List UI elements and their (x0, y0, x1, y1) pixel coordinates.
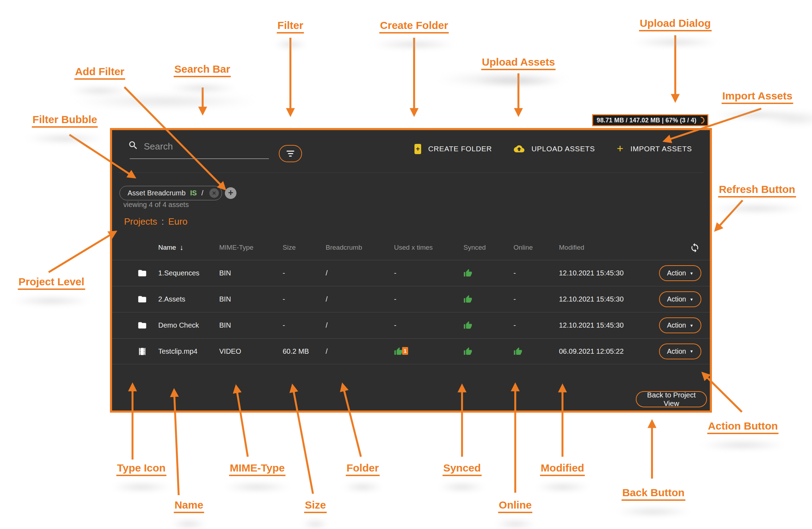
folder-type-icon (126, 294, 158, 304)
sort-desc-icon: ↓ (180, 243, 184, 252)
synced-thumb-up-icon (463, 269, 472, 278)
mime-type-cell: BIN (219, 269, 283, 277)
folder-type-icon (126, 321, 158, 330)
annotation-search-bar: Search Bar (174, 63, 231, 77)
remove-filter-icon[interactable]: ✕ (209, 188, 219, 198)
search-icon (128, 140, 139, 152)
annotation-folder: Folder (346, 462, 380, 476)
filter-operator: IS (190, 189, 197, 197)
breadcrumb-separator: : (161, 216, 164, 227)
synced-cell (463, 347, 513, 356)
used-x-times-cell: - (394, 295, 463, 303)
breadcrumb-cell: / (326, 269, 394, 277)
video-type-icon (126, 347, 158, 356)
synced-cell (463, 321, 513, 330)
action-button[interactable]: Action▼ (659, 265, 701, 281)
asset-name-cell: 1.Sequences (158, 269, 219, 277)
search-input[interactable] (143, 139, 270, 153)
annotation-size: Size (304, 499, 327, 513)
modified-cell: 12.10.2021 15:45:30 (559, 321, 658, 329)
annotation-synced: Synced (443, 462, 482, 476)
filter-bubble[interactable]: Asset Breadcrumb IS / ✕ (119, 186, 222, 200)
annotation-upload-dialog: Upload Dialog (639, 17, 712, 31)
breadcrumb-cell: / (326, 295, 394, 303)
mime-type-cell: BIN (219, 321, 283, 329)
annotation-upload-assets: Upload Assets (481, 56, 555, 70)
asset-table: Name↓ MIME-Type Size Breadcrumb Used x t… (112, 235, 710, 364)
header-online[interactable]: Online (513, 244, 559, 251)
table-row[interactable]: 1.SequencesBIN-/--12.10.2021 15:45:30Act… (112, 260, 710, 286)
synced-thumb-up-icon (463, 321, 472, 330)
annotation-refresh-button: Refresh Button (718, 183, 796, 197)
cloud-upload-icon (514, 144, 524, 154)
table-header-row: Name↓ MIME-Type Size Breadcrumb Used x t… (112, 235, 710, 260)
header-name[interactable]: Name↓ (158, 243, 219, 252)
header-modified[interactable]: Modified (559, 244, 658, 251)
asset-name-cell: 2.Assets (158, 295, 219, 303)
synced-cell (463, 269, 513, 278)
annotation-add-filter: Add Filter (74, 66, 125, 80)
table-row[interactable]: 2.AssetsBIN-/--12.10.2021 15:45:30Action… (112, 286, 710, 312)
background-smear (49, 93, 282, 109)
header-mime-type[interactable]: MIME-Type (219, 244, 283, 251)
asset-browser-panel: + CREATE FOLDER UPLOAD ASSETS + IMPORT A… (110, 128, 712, 413)
create-folder-button[interactable]: + CREATE FOLDER (414, 141, 492, 157)
header-synced[interactable]: Synced (463, 244, 513, 251)
chevron-down-icon: ▼ (690, 271, 694, 275)
breadcrumb-current[interactable]: Euro (168, 216, 187, 227)
toolbar-divider (118, 172, 703, 173)
annotation-mime-type: MIME-Type (229, 462, 285, 476)
upload-assets-button[interactable]: UPLOAD ASSETS (514, 141, 595, 157)
header-size[interactable]: Size (283, 244, 326, 251)
breadcrumb-projects[interactable]: Projects (124, 216, 157, 227)
action-button[interactable]: Action▼ (659, 291, 701, 307)
modified-cell: 06.09.2021 12:05:22 (559, 347, 658, 355)
loading-spinner-icon (696, 115, 706, 125)
chevron-down-icon: ▼ (690, 349, 694, 353)
online-thumb-up-icon (513, 347, 522, 356)
annotation-action-button: Action Button (707, 420, 779, 434)
import-assets-button[interactable]: + IMPORT ASSETS (617, 141, 692, 157)
used-x-times-cell: - (394, 269, 463, 277)
mime-type-cell: VIDEO (219, 347, 283, 355)
annotation-back-button: Back Button (622, 487, 685, 501)
synced-cell (463, 295, 513, 304)
size-cell: - (283, 269, 326, 277)
add-filter-button[interactable]: + (225, 187, 236, 199)
synced-thumb-up-icon (463, 347, 472, 356)
online-cell: - (513, 269, 559, 277)
size-cell: - (283, 295, 326, 303)
breadcrumb: Projects:Euro (124, 216, 187, 227)
header-used-x-times[interactable]: Used x times (394, 244, 463, 251)
annotation-create-folder: Create Folder (379, 19, 449, 34)
folder-type-icon (126, 268, 158, 278)
breadcrumb-cell: / (326, 347, 394, 355)
online-cell: - (513, 321, 559, 329)
synced-thumb-up-icon (463, 295, 472, 304)
table-row[interactable]: Testclip.mp4VIDEO60.2 MB/106.09.2021 12:… (112, 338, 710, 364)
filter-field: Asset Breadcrumb (128, 189, 186, 197)
upload-status-box: 98.71 MB / 147.02 MB | 67% (3 / 4) (592, 114, 708, 126)
asset-name-cell: Testclip.mp4 (158, 347, 219, 355)
refresh-button[interactable] (690, 243, 700, 253)
action-button[interactable]: Action▼ (659, 343, 701, 359)
annotation-project-level: Project Level (18, 276, 85, 290)
action-button[interactable]: Action▼ (659, 317, 701, 333)
header-breadcrumb[interactable]: Breadcrumb (326, 244, 394, 251)
viewing-count-text: viewing 4 of 4 assets (123, 201, 189, 209)
chevron-down-icon: ▼ (690, 297, 694, 302)
table-row[interactable]: Demo CheckBIN-/--12.10.2021 15:45:30Acti… (112, 312, 710, 338)
annotation-modified: Modified (540, 462, 585, 476)
back-to-project-view-button[interactable]: Back to Project View (636, 391, 707, 407)
asset-name-cell: Demo Check (158, 321, 219, 329)
used-count-badge: 1 (402, 347, 408, 355)
online-cell: - (513, 295, 559, 303)
annotation-name: Name (174, 499, 204, 513)
filter-value: / (201, 189, 203, 197)
annotation-import-assets: Import Assets (722, 90, 793, 104)
annotation-online: Online (498, 499, 532, 513)
search-underline (130, 158, 269, 159)
size-cell: - (283, 321, 326, 329)
plus-icon: + (617, 143, 623, 154)
filter-button[interactable] (279, 145, 302, 162)
